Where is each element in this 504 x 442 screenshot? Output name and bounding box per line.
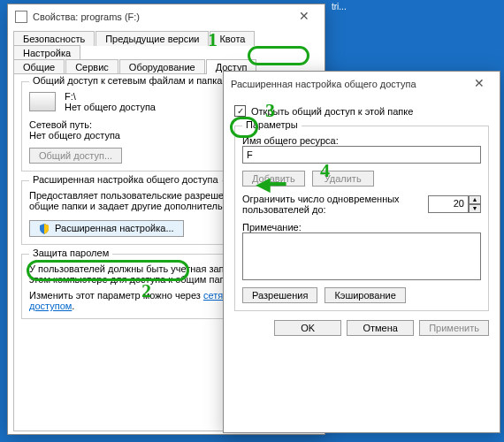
- drive-label: F:\: [65, 91, 156, 102]
- share-name-input[interactable]: [242, 146, 481, 164]
- checkbox-label: Открыть общий доступ к этой папке: [251, 106, 413, 117]
- drive-icon: [29, 92, 56, 111]
- ok-button[interactable]: OK: [274, 320, 341, 336]
- tab-tools[interactable]: Сервис: [65, 59, 118, 74]
- close-icon[interactable]: ✕: [466, 75, 493, 93]
- spinner-up-icon[interactable]: ▲: [469, 195, 481, 204]
- group-legend: Общий доступ к сетевым файлам и папкам: [29, 75, 233, 86]
- parameters-group: Параметры Имя общего ресурса: Добавить У…: [234, 126, 489, 311]
- window-title: Расширенная настройка общего доступа: [231, 79, 466, 89]
- tab-hardware[interactable]: Оборудование: [119, 59, 205, 74]
- note-label: Примечание:: [242, 222, 481, 232]
- close-icon[interactable]: ✕: [291, 8, 317, 26]
- checkbox-icon: ✓: [234, 105, 246, 117]
- tab-previous-versions[interactable]: Предыдущие версии: [95, 31, 209, 46]
- shield-icon: [39, 224, 50, 234]
- apply-button[interactable]: Применить: [419, 320, 489, 336]
- cancel-button[interactable]: Отмена: [347, 320, 414, 336]
- password-hint: Изменить этот параметр можно через: [29, 290, 201, 301]
- titlebar[interactable]: Свойства: programs (F:) ✕: [8, 4, 325, 29]
- tab-quota[interactable]: Квота: [210, 31, 255, 46]
- group-legend: Защита паролем: [29, 248, 112, 258]
- window-title: Свойства: programs (F:): [33, 11, 291, 22]
- user-limit-value[interactable]: 20: [428, 195, 469, 213]
- tab-security[interactable]: Безопасность: [13, 31, 95, 46]
- tab-strip: Безопасность Предыдущие версии Квота Нас…: [8, 29, 325, 73]
- desktop-fragment: tri...: [332, 2, 347, 11]
- share-name-label: Имя общего ресурса:: [242, 135, 481, 146]
- sys-icon: [15, 11, 27, 23]
- permissions-button[interactable]: Разрешения: [242, 287, 317, 303]
- dialog-button-row: OK Отмена Применить: [8, 437, 325, 442]
- share-folder-checkbox[interactable]: ✓ Открыть общий доступ к этой папке: [234, 105, 489, 117]
- group-legend: Параметры: [242, 119, 302, 130]
- share-status: Нет общего доступа: [65, 102, 156, 112]
- advanced-settings-label: Расширенная настройка...: [55, 223, 174, 233]
- advanced-settings-button[interactable]: Расширенная настройка...: [29, 220, 184, 237]
- caching-button[interactable]: Кэширование: [325, 287, 405, 303]
- advanced-sharing-window: Расширенная настройка общего доступа ✕ ✓…: [223, 71, 500, 433]
- tab-general[interactable]: Общие: [13, 59, 65, 74]
- user-limit-label: Ограничить число одновременных пользоват…: [242, 194, 401, 215]
- tab-customize[interactable]: Настройка: [13, 45, 80, 60]
- spinner-down-icon[interactable]: ▼: [469, 204, 481, 213]
- group-legend: Расширенная настройка общего доступа: [29, 174, 222, 185]
- titlebar[interactable]: Расширенная настройка общего доступа ✕: [224, 72, 500, 96]
- dialog-button-row: OK Отмена Применить: [234, 311, 489, 336]
- note-textarea[interactable]: [242, 232, 481, 280]
- remove-button[interactable]: Удалить: [312, 171, 374, 187]
- user-limit-spinner[interactable]: 20 ▲▼: [428, 195, 481, 213]
- add-button[interactable]: Добавить: [242, 171, 305, 187]
- share-button[interactable]: Общий доступ...: [29, 148, 122, 164]
